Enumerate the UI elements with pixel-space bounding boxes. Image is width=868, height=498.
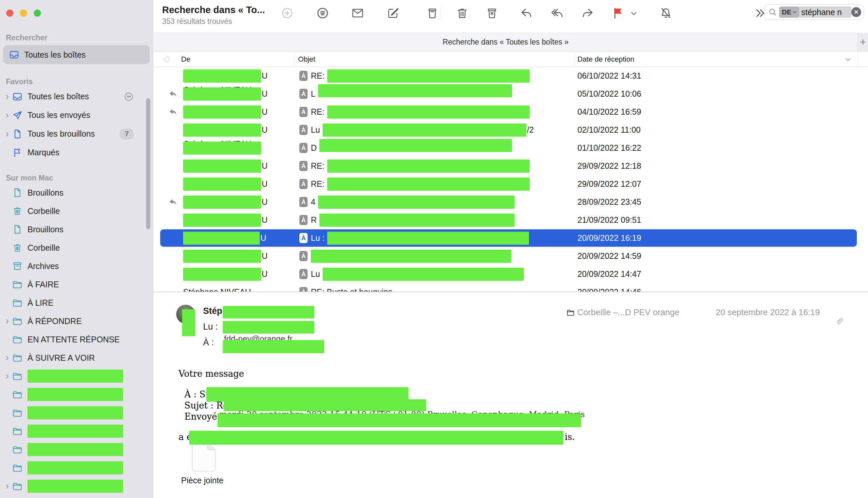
reply-button[interactable] <box>520 6 533 19</box>
message-date: 01/10/2022 16:22 <box>575 143 868 153</box>
chevron-right-icon <box>3 130 12 138</box>
sidebar-item-redacted[interactable] <box>0 385 153 404</box>
message-row[interactable]: UÀ20/09/2022 14:59 <box>153 247 868 265</box>
redaction-bar <box>217 414 581 427</box>
junk-button[interactable] <box>485 6 498 19</box>
redaction-bar <box>224 399 426 411</box>
mailbox-badge: À <box>299 161 308 171</box>
compose-button[interactable] <box>387 6 400 19</box>
redaction-bar <box>327 178 530 191</box>
redaction-bar <box>183 268 261 281</box>
toolbar-divider <box>470 7 470 19</box>
message-row[interactable]: Stéphane NIVEAUUÀL05/10/2022 10:06 <box>153 85 868 103</box>
message-row[interactable]: UÀ428/09/2022 23:45 <box>153 193 868 211</box>
redaction-bar <box>183 196 261 209</box>
attachment-icon[interactable] <box>191 442 216 472</box>
message-date: 20/09/2022 14:47 <box>575 269 868 279</box>
mailbox-badge: À <box>299 107 308 117</box>
sidebar-item-archives[interactable]: Archives <box>0 257 153 275</box>
message-row[interactable]: UÀRE:06/10/2022 14:31 <box>153 67 868 85</box>
chevron-down-icon[interactable] <box>845 56 851 63</box>
message-row[interactable]: Stéphane NIVEAUÀRE: Buste et bouquins20/… <box>153 283 868 292</box>
sidebar-item-redacted[interactable] <box>0 459 153 477</box>
subject-fragment: Lu <box>311 125 320 135</box>
message-row[interactable]: UÀLu :20/09/2022 16:19 <box>153 229 868 247</box>
body-closing-suffix: is. <box>565 432 575 442</box>
add-tab-button[interactable]: + <box>857 33 868 51</box>
sidebar-item-redacted[interactable] <box>0 404 153 422</box>
message-row[interactable]: UÀRE:29/09/2022 12:07 <box>153 175 868 193</box>
toolbar-divider <box>565 7 566 19</box>
sidebar-item-brouillons[interactable]: Brouillons <box>0 220 153 238</box>
new-smart-mailbox-button[interactable] <box>281 6 294 19</box>
mute-button[interactable] <box>659 6 672 19</box>
zoom-button[interactable] <box>34 10 41 17</box>
message-row[interactable]: UÀRE:04/10/2022 16:59 <box>153 103 868 121</box>
sidebar-item-corbeille[interactable]: Corbeille <box>0 202 153 220</box>
search-text[interactable]: stéphane n <box>799 6 851 18</box>
message-row[interactable]: UÀRE:29/09/2022 12:18 <box>153 157 868 175</box>
minimize-button[interactable] <box>20 10 27 17</box>
archive-button[interactable] <box>426 6 439 19</box>
redaction-bar: Stéphane NIVEAU <box>183 142 261 155</box>
redaction-bar <box>327 232 529 245</box>
preview-sender-name: Stép <box>203 306 223 316</box>
sidebar-item-corbeille[interactable]: Corbeille <box>0 238 153 257</box>
send-icon <box>12 110 27 121</box>
sidebar-item-redacted[interactable] <box>0 440 153 459</box>
flag-button[interactable] <box>612 6 625 19</box>
sidebar-item--lire[interactable]: À LIRE <box>0 293 153 312</box>
preview-date: 20 septembre 2022 à 16:19 <box>716 307 820 317</box>
column-header-de[interactable]: De <box>181 55 190 64</box>
message-row[interactable]: UÀR21/09/2022 09:51 <box>153 211 868 229</box>
unread-button[interactable] <box>351 6 364 19</box>
sidebar-scrollbar[interactable] <box>146 98 150 230</box>
sidebar-item-marqu-s[interactable]: Marqués <box>0 143 153 162</box>
column-header-objet[interactable]: Objet <box>298 55 316 64</box>
folder-icon <box>12 426 27 436</box>
column-header-date[interactable]: Date de réception <box>577 55 635 64</box>
column-separator[interactable] <box>294 53 294 65</box>
message-date: 29/09/2022 12:07 <box>575 179 868 189</box>
flag-menu-button[interactable] <box>629 9 638 18</box>
message-row[interactable]: Stéphane NIVEAUÀD01/10/2022 16:22 <box>153 139 868 157</box>
overflow-button[interactable] <box>753 6 766 19</box>
sender-name-fragment: U <box>262 125 268 135</box>
redaction-bar: Ass. CONSCIENCE <box>27 424 123 438</box>
sidebar-item-tous-les-brouillons[interactable]: Tous les brouillons7 <box>0 124 153 143</box>
forward-button[interactable] <box>581 6 594 19</box>
sidebar-item-brouillons[interactable]: Brouillons <box>0 183 153 202</box>
trash-icon <box>12 243 27 253</box>
sidebar-item-label: À RÉPONDRE <box>27 316 133 326</box>
message-row[interactable]: UÀLu20/09/2022 14:47 <box>153 265 868 283</box>
sidebar-item-toutes-les-bo-tes[interactable]: Toutes les boîtes <box>0 87 153 106</box>
sidebar-item-toutes-les-bo-tes[interactable]: Toutes les boîtes <box>3 45 150 64</box>
search-field[interactable]: DE stéphane n ✕ <box>764 4 864 20</box>
sidebar-item--r-pondre[interactable]: À RÉPONDRE <box>0 312 153 330</box>
sidebar-item-redacted[interactable] <box>0 477 153 495</box>
redaction-bar <box>318 196 515 209</box>
column-header-row: De Objet Date de réception <box>153 51 868 67</box>
search-scope-token[interactable]: DE <box>779 6 799 18</box>
toolbar-title: Recherche dans « To... <box>162 4 265 15</box>
sidebar-item-redacted[interactable] <box>0 367 153 385</box>
redaction-bar <box>223 340 324 353</box>
message-row[interactable]: UÀLu/202/10/2022 11:00 <box>153 121 868 139</box>
sender-name-fragment: U <box>261 233 266 243</box>
filter-button[interactable] <box>316 6 329 19</box>
subject-fragment: /2 <box>527 125 534 135</box>
sidebar-item-redacted[interactable]: Ass. CONSCIENCE <box>0 422 153 440</box>
read-status-column-icon[interactable] <box>164 57 170 62</box>
sidebar-item-tous-les-envoy-s[interactable]: Tous les envoyés <box>0 106 153 124</box>
chevron-right-icon <box>3 112 12 119</box>
delete-button[interactable] <box>456 6 469 19</box>
column-separator[interactable] <box>574 53 575 65</box>
clear-search-button[interactable]: ✕ <box>851 7 861 17</box>
sidebar-item-label: Brouillons <box>27 188 133 198</box>
sidebar-section-label: Sur mon Mac <box>0 170 153 183</box>
sidebar-item--suivre-a-voir[interactable]: À SUIVRE A VOIR <box>0 349 153 367</box>
close-button[interactable] <box>6 10 13 17</box>
sidebar-item-en-attente-r-ponse[interactable]: EN ATTENTE RÉPONSE <box>0 330 153 349</box>
sidebar-item--faire[interactable]: À FAIRE <box>0 275 153 293</box>
reply-all-button[interactable] <box>551 6 564 19</box>
